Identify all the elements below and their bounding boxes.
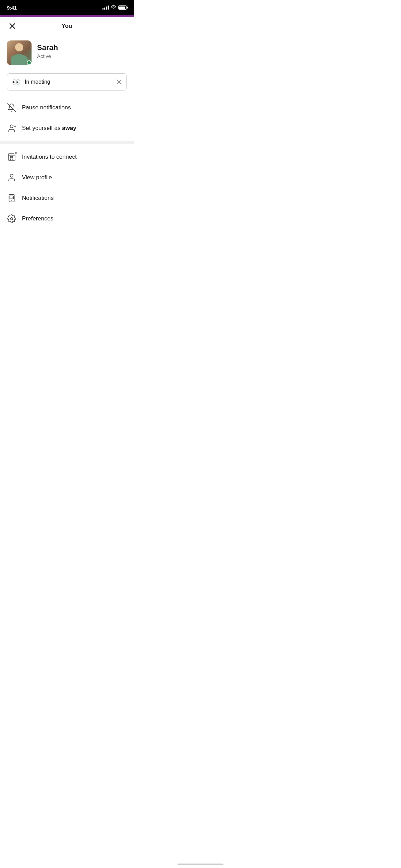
bell-off-icon: [7, 103, 16, 112]
svg-rect-8: [8, 154, 15, 160]
svg-rect-12: [10, 196, 14, 199]
svg-line-4: [8, 104, 16, 112]
user-away-icon: [7, 123, 16, 133]
avatar-wrap: [7, 40, 32, 65]
header-title: You: [62, 23, 72, 29]
notifications-label: Notifications: [22, 195, 54, 202]
status-emoji: 👀: [12, 78, 21, 86]
svg-point-9: [10, 174, 13, 177]
svg-point-5: [10, 125, 13, 128]
profile-section: Sarah Active: [0, 35, 134, 72]
pause-notifications-item[interactable]: Pause notifications: [0, 97, 134, 118]
preferences-item[interactable]: Preferences: [0, 208, 134, 229]
header: You: [0, 17, 134, 35]
status-bar: 9:41: [0, 0, 134, 15]
status-icons: [102, 5, 127, 10]
battery-icon: [118, 5, 127, 10]
invitations-label: Invitations to connect: [22, 154, 77, 160]
view-profile-label: View profile: [22, 174, 52, 181]
invitations-item[interactable]: Invitations to connect: [0, 147, 134, 167]
gear-icon: [7, 214, 16, 224]
wifi-icon: [111, 5, 116, 10]
invitation-badge: [14, 151, 17, 155]
signal-icon: [102, 5, 109, 10]
building-icon: [7, 152, 16, 162]
notifications-item[interactable]: Notifications: [0, 188, 134, 208]
profile-info: Sarah Active: [37, 40, 58, 59]
status-time: 9:41: [7, 5, 17, 11]
status-input-text: In meeting: [25, 79, 112, 85]
user-icon: [7, 173, 16, 182]
preferences-label: Preferences: [22, 215, 53, 222]
view-profile-item[interactable]: View profile: [0, 167, 134, 188]
online-status-dot: [27, 60, 32, 65]
set-away-item[interactable]: Set yourself as away: [0, 118, 134, 138]
profile-status-text: Active: [37, 53, 58, 59]
status-clear-button[interactable]: [116, 79, 122, 85]
svg-point-13: [11, 218, 13, 220]
section-divider: [0, 141, 134, 144]
profile-name: Sarah: [37, 43, 58, 52]
pause-notifications-label: Pause notifications: [22, 104, 71, 111]
status-input[interactable]: 👀 In meeting: [7, 73, 127, 91]
close-button[interactable]: [7, 21, 18, 32]
phone-notifications-icon: [7, 193, 16, 203]
badge-wrap: [7, 153, 16, 161]
set-away-label: Set yourself as away: [22, 125, 76, 132]
